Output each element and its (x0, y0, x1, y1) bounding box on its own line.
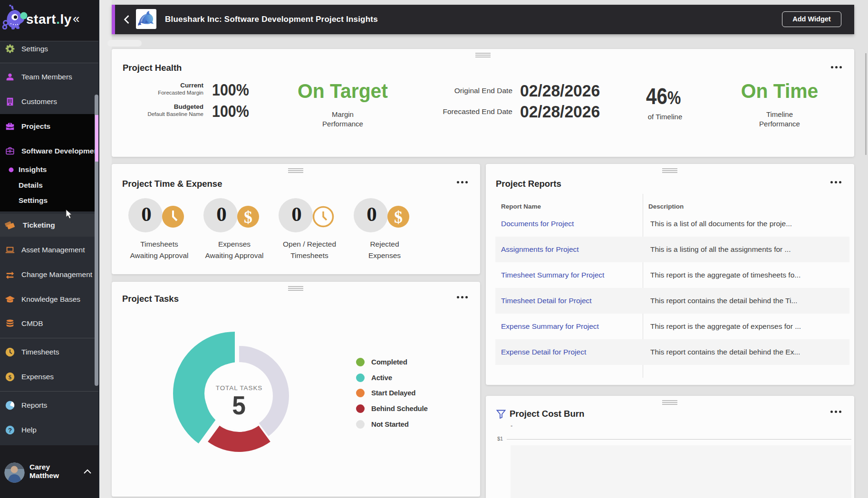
svg-text:$: $ (9, 374, 12, 381)
svg-text:$: $ (244, 208, 252, 227)
svg-text:$: $ (394, 208, 403, 227)
svg-text:?: ? (8, 427, 12, 434)
